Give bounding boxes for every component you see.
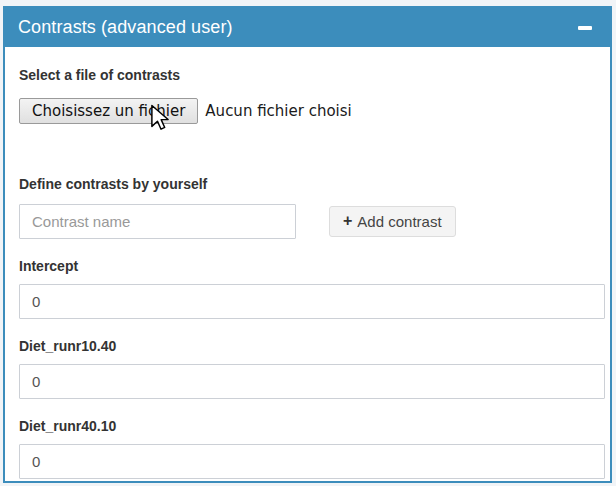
file-input-row: Choisissez un fichier Aucun fichier choi… — [19, 98, 600, 124]
file-input-label: Select a file of contrasts — [19, 67, 600, 83]
contrast-field-diet-runr40-10: Diet_runr40.10 — [14, 418, 600, 479]
collapse-button[interactable] — [576, 22, 594, 34]
minus-icon — [578, 26, 592, 30]
panel-title: Contrasts (advanced user) — [18, 17, 233, 38]
file-status-text: Aucun fichier choisi — [205, 102, 351, 120]
diet-runr10-40-input[interactable] — [19, 364, 605, 399]
panel-header: Contrasts (advanced user) — [5, 8, 610, 47]
add-contrast-button[interactable]: + Add contrast — [329, 206, 456, 237]
intercept-label: Intercept — [19, 258, 600, 274]
contrast-name-input[interactable] — [19, 204, 296, 239]
diet-runr10-40-label: Diet_runr10.40 — [19, 338, 600, 354]
contrast-field-intercept: Intercept — [14, 258, 600, 319]
plus-icon: + — [343, 212, 352, 230]
browse-file-button[interactable]: Choisissez un fichier — [19, 98, 198, 124]
file-input-group: Select a file of contrasts Choisissez un… — [14, 67, 600, 124]
diet-runr40-10-input[interactable] — [19, 444, 605, 479]
contrasts-panel: Contrasts (advanced user) Select a file … — [3, 6, 612, 483]
add-contrast-label: Add contrast — [357, 213, 441, 230]
define-contrasts-group: Define contrasts by yourself + Add contr… — [14, 176, 600, 239]
intercept-input[interactable] — [19, 284, 605, 319]
panel-body: Select a file of contrasts Choisissez un… — [5, 47, 610, 486]
define-contrasts-label: Define contrasts by yourself — [19, 176, 600, 192]
define-contrasts-row: + Add contrast — [19, 204, 600, 239]
contrast-field-diet-runr10-40: Diet_runr10.40 — [14, 338, 600, 399]
diet-runr40-10-label: Diet_runr40.10 — [19, 418, 600, 434]
